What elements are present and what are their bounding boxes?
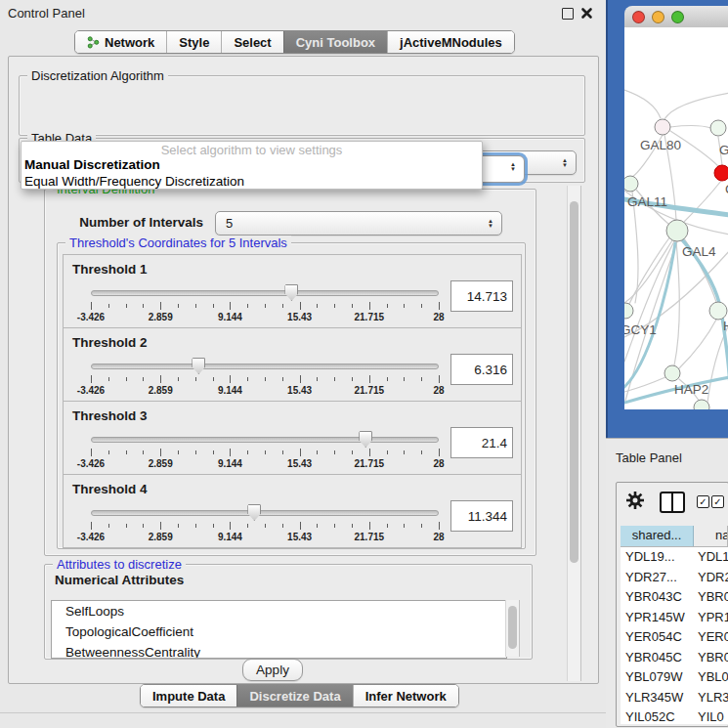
tick-mark: [421, 377, 422, 381]
axis-tick-label: -3.426: [77, 532, 105, 542]
tick-mark: [404, 377, 405, 381]
table-row[interactable]: YPR145WYPR1: [621, 608, 728, 628]
checkbox-icon[interactable]: ✓: [711, 495, 724, 508]
tab-infer-network[interactable]: Infer Network: [353, 685, 458, 707]
slider-thumb[interactable]: [247, 504, 261, 521]
tab-jactivemnodules[interactable]: jActiveMNodules: [387, 31, 514, 53]
tab-label: Style: [179, 35, 209, 50]
scrollbar-thumb[interactable]: [508, 606, 517, 649]
network-node-gal80[interactable]: [655, 119, 670, 135]
screen: Control Panel NetworkStyleSelectCyni Too…: [0, 0, 728, 728]
apply-button[interactable]: Apply: [242, 659, 303, 681]
algorithm-option-equal-width-frequency-discretization[interactable]: Equal Width/Frequency Discretization: [21, 174, 482, 191]
tab-discretize-data[interactable]: Discretize Data: [236, 685, 352, 707]
threshold-slider[interactable]: -3.4262.8599.14415.4321.71528: [91, 502, 439, 543]
slider-thumb[interactable]: [284, 284, 298, 301]
network-node-gcy1[interactable]: [624, 303, 633, 319]
table-row[interactable]: YLR345WYLR3: [621, 688, 728, 708]
threshold-value-field[interactable]: 21.4: [450, 427, 513, 458]
threshold-row-threshold-1: Threshold 1-3.4262.8599.14415.4321.71528…: [63, 254, 522, 328]
tick-mark: [282, 377, 283, 381]
settings-scrollbar[interactable]: [567, 186, 581, 681]
tab-style[interactable]: Style: [166, 31, 221, 53]
slider-thumb[interactable]: [359, 431, 372, 448]
slider-track: [91, 510, 439, 516]
table-row[interactable]: YBL079WYBL0: [621, 667, 728, 688]
table-row[interactable]: YBR043CYBR0: [621, 587, 728, 608]
threshold-slider[interactable]: -3.4262.8599.14415.4321.71528: [91, 282, 439, 323]
tick-mark: [265, 377, 266, 381]
threshold-row-threshold-2: Threshold 2-3.4262.8599.14415.4321.71528…: [63, 327, 522, 402]
network-node-hap2[interactable]: [664, 365, 680, 381]
column-header-shared[interactable]: shared...: [621, 526, 694, 546]
tick-mark: [439, 302, 440, 310]
tick-mark: [404, 304, 405, 308]
network-window: GAL80GAL8CGAL11GAL4GCY1HHAP2: [606, 0, 728, 438]
checkbox-icon[interactable]: ✓: [697, 495, 709, 508]
tick-mark: [404, 524, 405, 528]
column-header-na[interactable]: na: [694, 526, 728, 546]
table-cell: YDR2: [694, 568, 728, 588]
tab-select[interactable]: Select: [221, 31, 282, 53]
tick-mark: [247, 524, 248, 528]
tick-mark: [247, 304, 248, 308]
cyni-toolbox-panel: Discretization Algorithm ▲▼ Select algor…: [8, 56, 599, 684]
attribute-item-topologicalcoefficient[interactable]: TopologicalCoefficient: [52, 621, 506, 642]
node-label-hap2: HAP2: [674, 382, 708, 397]
network-node-gal8[interactable]: [710, 120, 726, 136]
threshold-slider[interactable]: -3.4262.8599.14415.4321.71528: [91, 356, 439, 397]
table-row[interactable]: YDR27...YDR2: [621, 568, 728, 588]
node-label-gcy1: GCY1: [624, 322, 657, 337]
threshold-value-field[interactable]: 6.316: [450, 354, 513, 385]
tab-network[interactable]: Network: [75, 31, 166, 53]
axis-tick-label: 9.144: [218, 312, 242, 322]
tick-mark: [439, 522, 440, 530]
table-row[interactable]: YDL19...YDL1: [621, 547, 728, 568]
algorithm-option-manual-discretization[interactable]: Manual Discretization: [21, 157, 482, 174]
threshold-value-field[interactable]: 11.344: [450, 500, 513, 532]
tick-mark: [91, 449, 92, 456]
tick-mark: [178, 450, 179, 454]
settings-gear-icon[interactable]: [624, 490, 646, 511]
table-row[interactable]: YIL052CYIL0: [621, 707, 728, 724]
tick-mark: [300, 375, 301, 383]
threshold-slider[interactable]: -3.4262.8599.14415.4321.71528: [91, 429, 439, 470]
threshold-value-field[interactable]: 14.713: [450, 280, 513, 312]
threshold-label: Threshold 2: [72, 335, 148, 350]
slider-thumb[interactable]: [192, 358, 205, 374]
network-node-gal4[interactable]: [666, 220, 688, 241]
network-node-gal11[interactable]: [624, 176, 638, 192]
tick-mark: [178, 304, 179, 308]
network-node-h[interactable]: [709, 302, 727, 320]
attribute-item-betweennesscentrality[interactable]: BetweennessCentrality: [52, 642, 506, 659]
tick-mark: [195, 450, 196, 454]
network-graph[interactable]: GAL80GAL8CGAL11GAL4GCY1HHAP2: [624, 27, 728, 409]
table-row[interactable]: YER054CYER0: [621, 627, 728, 648]
tab-cyni-toolbox[interactable]: Cyni Toolbox: [283, 31, 387, 53]
split-columns-icon[interactable]: [660, 492, 685, 513]
tab-impute-data[interactable]: Impute Data: [141, 685, 236, 707]
attributes-scrollbar[interactable]: [505, 600, 520, 657]
number-of-intervals-combobox[interactable]: 5 ▲▼: [215, 211, 502, 236]
tab-label: jActiveMNodules: [400, 35, 502, 50]
float-window-icon[interactable]: [562, 8, 574, 20]
close-icon[interactable]: [580, 7, 593, 20]
attributes-group: Attributes to discretize Numerical Attri…: [44, 564, 533, 660]
zoom-light[interactable]: [671, 11, 684, 23]
tick-mark: [91, 375, 92, 383]
slider-axis-labels: -3.4262.8599.14415.4321.71528: [91, 458, 439, 470]
close-light[interactable]: [632, 11, 645, 23]
network-window-titlebar[interactable]: [624, 6, 728, 28]
table-row[interactable]: YBR045CYBR0: [621, 648, 728, 668]
tick-mark: [369, 302, 370, 310]
scrollbar-thumb[interactable]: [570, 201, 578, 563]
table-cell: YLR3: [694, 688, 728, 708]
network-canvas[interactable]: GAL80GAL8CGAL11GAL4GCY1HHAP2: [624, 27, 728, 409]
minimize-light[interactable]: [652, 11, 664, 23]
network-node-c[interactable]: [714, 165, 728, 181]
tick-mark: [282, 450, 283, 454]
attribute-item-selfloops[interactable]: SelfLoops: [52, 601, 506, 621]
tick-mark: [230, 449, 231, 456]
threshold-label: Threshold 4: [72, 482, 148, 496]
table-cell: YER0: [694, 627, 728, 648]
